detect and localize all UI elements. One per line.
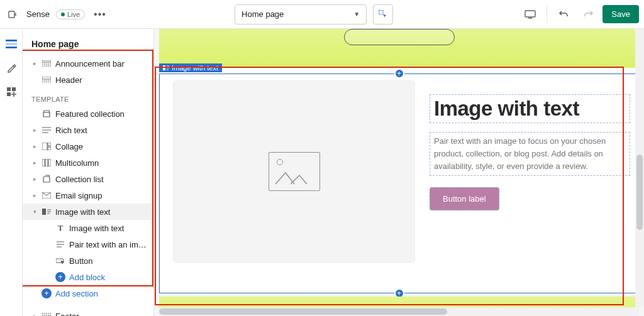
svg-rect-9 xyxy=(7,92,11,96)
sidebar-item-rich-text[interactable]: ▸ Rich text xyxy=(23,122,153,138)
rail-theme-settings[interactable] xyxy=(5,62,18,74)
more-menu-button[interactable]: ••• xyxy=(91,9,109,20)
button-icon xyxy=(55,256,65,266)
sidebar-block-button[interactable]: Button xyxy=(23,253,153,269)
page-selector[interactable]: Home page▼ xyxy=(235,4,367,25)
exit-button[interactable] xyxy=(5,7,20,22)
text-icon xyxy=(55,239,65,249)
save-button[interactable]: Save xyxy=(602,5,639,23)
header-icon xyxy=(42,75,52,85)
horizontal-scrollbar[interactable] xyxy=(159,307,639,316)
email-icon xyxy=(42,190,52,200)
collection-icon xyxy=(42,109,52,119)
left-rail xyxy=(0,29,23,316)
heading-icon: T xyxy=(55,223,65,233)
sidebar-item-multicolumn[interactable]: ▸ Multicolumn xyxy=(23,155,153,171)
svg-rect-37 xyxy=(163,65,165,70)
add-section-above-button[interactable]: + xyxy=(394,68,404,79)
multicolumn-icon xyxy=(42,158,52,168)
undo-button[interactable] xyxy=(552,4,575,25)
svg-rect-3 xyxy=(528,18,532,19)
sidebar-item-image-with-text[interactable]: ▾ Image with text xyxy=(23,204,153,220)
sidebar-item-footer[interactable]: ▸ Footer xyxy=(23,308,153,316)
rail-sections[interactable] xyxy=(5,38,18,50)
sidebar-item-announcement-bar[interactable]: ▸ Announcement bar xyxy=(23,55,153,72)
sidebar-block-heading[interactable]: T Image with text xyxy=(23,220,153,236)
svg-rect-13 xyxy=(42,77,51,79)
svg-rect-23 xyxy=(45,159,48,166)
preview-canvas: Image with text Pair text with an image … xyxy=(154,29,644,316)
footer-icon xyxy=(42,311,52,316)
vertical-scrollbar[interactable] xyxy=(635,29,644,307)
svg-rect-7 xyxy=(7,87,11,91)
sidebar-add-section[interactable]: + Add section xyxy=(23,285,153,302)
svg-rect-20 xyxy=(48,143,51,146)
plus-icon: + xyxy=(42,288,52,298)
inspector-toggle[interactable] xyxy=(373,4,393,25)
prev-section-edge xyxy=(159,29,639,68)
sidebar-page-title: Home page xyxy=(23,34,153,55)
sidebar-item-featured-collection[interactable]: Featured collection xyxy=(23,106,153,122)
svg-rect-24 xyxy=(48,159,51,166)
svg-rect-19 xyxy=(42,143,47,150)
live-badge: Live xyxy=(56,9,85,19)
svg-rect-0 xyxy=(9,11,14,18)
sidebar-item-collection-list[interactable]: ▸ Collection list xyxy=(23,171,153,187)
sidebar-item-collage[interactable]: ▸ Collage xyxy=(23,138,153,155)
topbar: Sense Live ••• Home page▼ Save xyxy=(0,0,644,29)
selection-outline: Image with text + + xyxy=(159,74,639,293)
selection-tag[interactable]: Image with text xyxy=(159,63,222,72)
announcement-icon xyxy=(42,58,52,68)
svg-rect-8 xyxy=(12,87,16,91)
sidebar: Home page ▸ Announcement bar Header TEMP… xyxy=(23,29,154,316)
sidebar-block-text[interactable]: Pair text with an image to f... xyxy=(23,236,153,253)
svg-rect-26 xyxy=(42,209,46,215)
svg-rect-10 xyxy=(42,60,51,62)
svg-rect-6 xyxy=(6,46,17,48)
svg-rect-21 xyxy=(48,147,51,150)
svg-rect-5 xyxy=(6,43,17,45)
collectionlist-icon xyxy=(42,174,52,184)
pill-placeholder xyxy=(344,29,455,45)
imagetext-icon xyxy=(42,207,52,217)
richtext-icon xyxy=(42,125,52,135)
sidebar-item-header[interactable]: Header xyxy=(23,72,153,88)
plus-icon: + xyxy=(55,272,65,282)
svg-rect-2 xyxy=(525,11,535,17)
svg-rect-1 xyxy=(379,10,383,14)
svg-rect-4 xyxy=(6,40,17,41)
sidebar-item-email-signup[interactable]: ▸ Email signup xyxy=(23,187,153,204)
rail-apps[interactable] xyxy=(5,85,18,98)
template-group-label: TEMPLATE xyxy=(23,88,153,106)
theme-name: Sense xyxy=(26,9,50,19)
sidebar-add-block[interactable]: + Add block xyxy=(23,269,153,285)
redo-button[interactable] xyxy=(577,4,600,25)
collage-icon xyxy=(42,141,52,151)
desktop-view-button[interactable] xyxy=(519,4,541,25)
svg-rect-22 xyxy=(42,159,45,166)
